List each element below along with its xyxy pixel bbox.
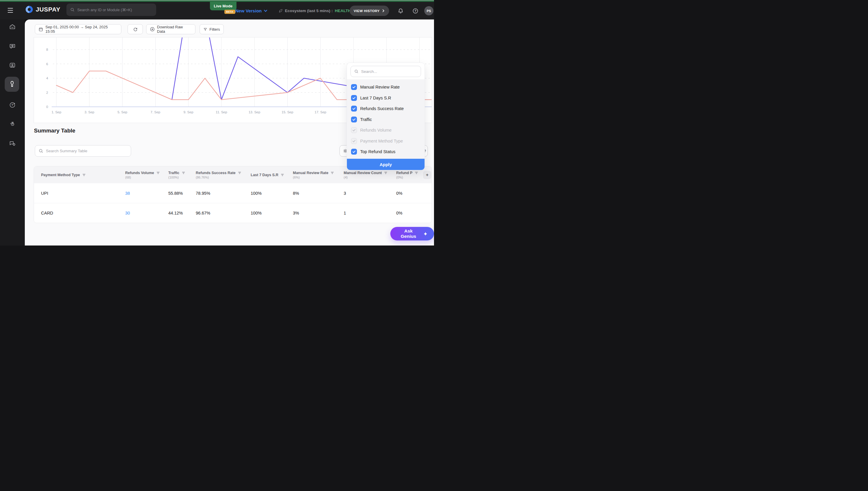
summary-search[interactable]: [35, 145, 131, 157]
sidebar-item-refunds[interactable]: ₹: [9, 101, 16, 108]
global-search[interactable]: [66, 3, 156, 16]
brand-logo: JUSPAY: [25, 6, 60, 13]
y-axis-tick: 4: [46, 77, 49, 80]
juspay-logo-icon: [25, 6, 33, 13]
leaf-icon: [278, 8, 283, 13]
column-header: Traffic(100%): [168, 171, 196, 179]
column-filter-icon[interactable]: [331, 171, 334, 174]
download-raw-data-button[interactable]: Download Raw Data: [146, 24, 195, 34]
view-history-button[interactable]: VIEW HISTORY: [349, 6, 389, 16]
metric-option-label: Top Refund Status: [360, 149, 395, 154]
sidebar-item-orders[interactable]: [9, 42, 16, 50]
metric-checkbox-list: Manual Review RateLast 7 Days S.RRefunds…: [347, 79, 424, 159]
sidebar-item-home[interactable]: [9, 23, 16, 30]
metric-option-label: Payment Method Type: [360, 139, 403, 143]
download-icon: [150, 27, 155, 32]
metric-option-label: Refunds Success Rate: [360, 106, 404, 111]
column-header-label: Payment Method Type: [41, 173, 80, 177]
filters-button[interactable]: Filters: [200, 24, 224, 34]
ask-genius-label: Ask Genius: [396, 228, 420, 239]
metric-option-manual-review-rate[interactable]: Manual Review Rate: [347, 82, 424, 93]
column-filter-icon[interactable]: [82, 173, 86, 176]
search-icon: [70, 7, 75, 12]
sidebar-item-support-settings[interactable]: [9, 140, 16, 147]
sidebar-item-tools-active[interactable]: [5, 77, 19, 92]
column-header: Refunds Success Rate(86.76%): [196, 171, 251, 179]
checkbox-icon: [351, 127, 357, 133]
add-column-button[interactable]: +: [423, 171, 431, 179]
filter-funnel-icon: [203, 27, 207, 32]
table-row: UPI3855.88%78.95%100%8%30%: [34, 183, 431, 203]
global-search-input[interactable]: [77, 8, 152, 12]
new-version-dropdown[interactable]: New Version: [235, 2, 268, 20]
cell-refunds-volume-link[interactable]: 30: [125, 211, 168, 215]
x-axis-tick: 17. Sep: [315, 110, 327, 114]
user-avatar[interactable]: PS: [424, 6, 433, 16]
sidebar-item-customers[interactable]: [9, 62, 16, 69]
summary-table-title: Summary Table: [34, 127, 75, 134]
metric-option-refunds-success-rate[interactable]: Refunds Success Rate: [347, 103, 424, 114]
column-header: Refund P(0%): [396, 171, 423, 179]
date-range-value: Sep 01, 2025 00:00 → Sep 24, 2025 15:05: [46, 25, 117, 34]
calendar-icon: [39, 27, 43, 32]
column-header-label: Manual Review Rate: [293, 171, 328, 175]
panel-search-input[interactable]: [361, 69, 417, 74]
metric-option-top-refund-status[interactable]: Top Refund Status: [347, 146, 424, 157]
column-filter-icon[interactable]: [157, 171, 160, 174]
column-filter-icon[interactable]: [281, 173, 284, 176]
search-icon: [39, 148, 44, 153]
metric-option-label: Last 7 Days S.R: [360, 96, 391, 100]
table-cell: 0%: [396, 191, 423, 196]
table-cell: 44.12%: [168, 211, 196, 215]
svg-text:₹: ₹: [12, 123, 13, 126]
x-axis-tick: 15. Sep: [282, 110, 293, 114]
x-axis-tick: 9. Sep: [184, 110, 193, 114]
table-cell: 1: [344, 211, 396, 215]
view-history-label: VIEW HISTORY: [354, 9, 380, 13]
search-icon: [354, 69, 358, 74]
apply-button[interactable]: Apply: [347, 159, 424, 170]
checkbox-icon[interactable]: [351, 95, 357, 101]
x-axis-tick: 1. Sep: [51, 110, 61, 114]
y-axis-tick: 2: [46, 91, 48, 94]
metric-option-label: Traffic: [360, 117, 372, 122]
y-axis-tick: 0: [46, 105, 48, 109]
column-filter-icon[interactable]: [415, 171, 418, 174]
cell-refunds-volume-link[interactable]: 38: [125, 191, 168, 196]
metric-option-label: Refunds Volume: [360, 128, 391, 133]
summary-search-input[interactable]: [46, 149, 127, 153]
hamburger-menu-icon[interactable]: [8, 8, 13, 13]
main-content: Sep 01, 2025 00:00 → Sep 24, 2025 15:05 …: [25, 20, 434, 246]
date-range-picker[interactable]: Sep 01, 2025 00:00 → Sep 24, 2025 15:05: [35, 24, 121, 34]
column-filter-icon[interactable]: [182, 171, 185, 174]
sidebar-item-settlements[interactable]: ₹: [9, 121, 16, 128]
metric-option-last-7-days-s-r[interactable]: Last 7 Days S.R: [347, 93, 424, 104]
checkbox-icon[interactable]: [351, 149, 357, 154]
checkbox-icon[interactable]: [351, 84, 357, 90]
notifications-bell-icon[interactable]: [397, 8, 404, 14]
table-cell: 8%: [293, 191, 344, 196]
refresh-button[interactable]: [128, 24, 143, 34]
svg-text:₹: ₹: [11, 104, 13, 107]
ask-genius-button[interactable]: Ask Genius: [390, 227, 434, 240]
table-cell: 0%: [396, 211, 423, 215]
summary-table: Payment Method TypeRefunds Volume(68)Tra…: [34, 166, 432, 223]
column-header-label: Refunds Volume: [125, 171, 154, 175]
metric-selector-panel: Manual Review RateLast 7 Days S.RRefunds…: [346, 63, 425, 170]
summary-table-body: UPI3855.88%78.95%100%8%30%CARD3044.12%96…: [34, 183, 431, 223]
panel-search[interactable]: [351, 66, 421, 77]
new-version-label: New Version: [235, 8, 261, 13]
ecosystem-status: Ecosystem (last 5 mins) : HEALTHY: [278, 2, 354, 20]
checkbox-icon[interactable]: [351, 117, 357, 122]
ecosystem-label: Ecosystem (last 5 mins) :: [285, 8, 333, 13]
x-axis-tick: 11. Sep: [216, 110, 227, 114]
checkbox-icon[interactable]: [351, 106, 357, 112]
metric-option-traffic[interactable]: Traffic: [347, 114, 424, 125]
filters-label: Filters: [209, 27, 220, 32]
help-icon[interactable]: ?: [412, 8, 419, 14]
column-filter-icon[interactable]: [238, 171, 241, 174]
table-cell: 100%: [251, 211, 293, 215]
live-mode-badge: Live Mode: [210, 2, 236, 10]
metric-option-payment-method-type: Payment Method Type: [347, 136, 424, 147]
column-filter-icon[interactable]: [384, 171, 387, 174]
